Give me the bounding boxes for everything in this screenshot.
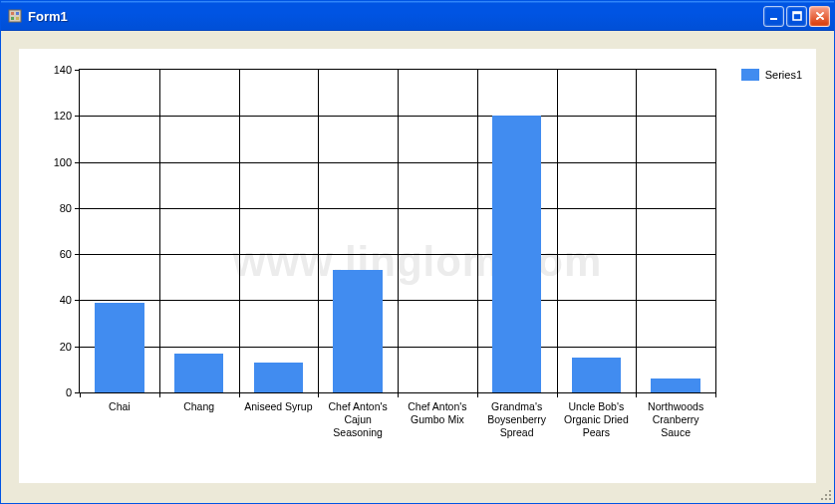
x-tick-label: Chai (84, 400, 155, 413)
minimize-button[interactable] (763, 6, 784, 27)
app-window: Form1 www.linglom.com 020406080100120140… (0, 0, 835, 504)
x-tick-label: Grandma's Boysenberry Spread (481, 400, 553, 439)
svg-rect-5 (770, 18, 777, 20)
chart-bar (95, 303, 143, 392)
gridline-v (318, 70, 319, 392)
x-tick (557, 392, 558, 397)
svg-rect-9 (829, 494, 831, 496)
y-tick-label: 60 (60, 248, 72, 260)
svg-rect-11 (825, 494, 827, 496)
svg-rect-1 (11, 12, 14, 15)
chart-plot: 020406080100120140ChaiChangAniseed Syrup… (79, 69, 716, 393)
resize-grip[interactable] (819, 488, 833, 502)
svg-rect-10 (829, 498, 831, 500)
y-tick (75, 254, 80, 255)
window-title: Form1 (28, 9, 763, 24)
chart-panel: www.linglom.com 020406080100120140ChaiCh… (19, 49, 816, 483)
svg-rect-3 (11, 17, 14, 20)
maximize-button[interactable] (786, 6, 807, 27)
y-tick (75, 70, 80, 71)
chart-bar (333, 270, 382, 392)
x-tick-label: Chef Anton's Gumbo Mix (402, 400, 473, 426)
app-icon (7, 8, 23, 24)
chart-bar (174, 354, 223, 392)
x-tick-label: Aniseed Syrup (242, 400, 314, 413)
svg-rect-4 (16, 17, 19, 20)
y-tick-label: 0 (66, 386, 72, 398)
gridline-v (557, 70, 558, 392)
svg-rect-8 (829, 490, 831, 492)
gridline-v (636, 70, 637, 392)
x-tick-label: Northwoods Cranberry Sauce (640, 400, 711, 439)
close-button[interactable] (809, 6, 830, 27)
legend-swatch-icon (741, 69, 759, 81)
svg-rect-13 (821, 498, 823, 500)
svg-rect-7 (793, 12, 801, 14)
x-tick (239, 392, 240, 397)
y-tick (75, 162, 80, 163)
chart-bar (572, 358, 621, 392)
svg-rect-2 (16, 12, 19, 15)
y-tick-label: 80 (60, 202, 72, 214)
y-tick (75, 116, 80, 117)
y-tick-label: 20 (60, 341, 72, 353)
x-tick (159, 392, 160, 397)
legend-label: Series1 (765, 69, 802, 81)
chart-bar (651, 378, 699, 392)
x-tick (318, 392, 319, 397)
y-tick (75, 347, 80, 348)
svg-rect-12 (825, 498, 827, 500)
x-tick-label: Chef Anton's Cajun Seasoning (322, 400, 394, 439)
client-area: www.linglom.com 020406080100120140ChaiCh… (1, 31, 834, 503)
x-tick (477, 392, 478, 397)
x-tick (80, 392, 81, 397)
y-tick-label: 40 (60, 294, 72, 306)
gridline-v (239, 70, 240, 392)
y-tick (75, 208, 80, 209)
plot-area: 020406080100120140ChaiChangAniseed Syrup… (79, 69, 716, 393)
x-tick (636, 392, 637, 397)
chart-legend: Series1 (741, 69, 802, 81)
x-tick (398, 392, 399, 397)
window-controls (763, 6, 830, 27)
gridline-v (477, 70, 478, 392)
svg-rect-0 (9, 10, 21, 22)
x-tick (715, 392, 716, 397)
gridline-v (159, 70, 160, 392)
y-tick-label: 140 (54, 64, 72, 76)
gridline-v (398, 70, 399, 392)
y-tick-label: 100 (54, 156, 72, 168)
x-tick-label: Chang (163, 400, 235, 413)
x-tick-label: Uncle Bob's Organic Dried Pears (560, 400, 632, 439)
y-tick-label: 120 (54, 110, 72, 122)
titlebar[interactable]: Form1 (1, 1, 834, 31)
chart-bar (492, 116, 541, 392)
chart-bar (254, 363, 303, 392)
y-tick (75, 300, 80, 301)
